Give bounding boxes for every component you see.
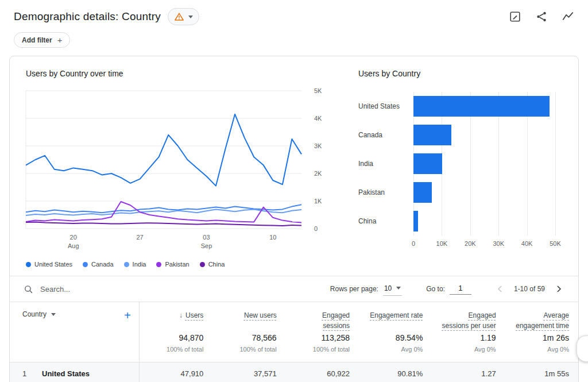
scroll-indicator-handle[interactable] bbox=[577, 335, 588, 362]
row-dimension-value: United States bbox=[42, 369, 90, 378]
totals-subtext: 100% of total bbox=[295, 346, 350, 353]
report-header: Demographic details: Country bbox=[0, 0, 588, 25]
column-header-label: Average engagement time bbox=[516, 311, 569, 330]
bar-category-label: Canada bbox=[358, 131, 413, 139]
column-header-engaged-sessions[interactable]: Engaged sessions bbox=[286, 302, 359, 331]
y-axis-tick-label: 3K bbox=[314, 142, 322, 149]
column-header-label: Engaged sessions per user bbox=[442, 311, 496, 330]
y-axis-tick-label: 0 bbox=[314, 225, 318, 232]
users-over-time-chart: Users by Country over time 5K4K3K2K1K0 2… bbox=[26, 69, 339, 268]
table-row-united-states[interactable]: 1United States47,91037,57160,92290.81%1.… bbox=[10, 362, 578, 382]
search-icon bbox=[24, 284, 33, 294]
totals-value: 1m 26s bbox=[514, 333, 569, 342]
bar-chart-plot: United StatesCanadaIndiaPakistanChina bbox=[358, 92, 563, 236]
column-header-label: Engagement rate bbox=[370, 311, 423, 319]
header-actions bbox=[509, 10, 574, 23]
chevron-down-icon bbox=[51, 313, 56, 316]
add-filter-label: Add filter bbox=[22, 36, 52, 44]
totals-cell: 78,566100% of total bbox=[212, 331, 285, 362]
legend-label: United States bbox=[34, 261, 72, 268]
y-axis-tick-label: 5K bbox=[314, 87, 322, 94]
table-toolbar: Rows per page: 10 Go to: 1-10 of 59 bbox=[10, 276, 578, 302]
totals-value: 78,566 bbox=[222, 333, 276, 342]
bar-track bbox=[413, 125, 555, 145]
legend-label: Pakistan bbox=[165, 261, 189, 268]
totals-value: 1.19 bbox=[441, 333, 496, 342]
totals-subtext: 100% of total bbox=[222, 346, 276, 353]
bar-india[interactable] bbox=[413, 153, 442, 174]
legend-dot-icon bbox=[156, 262, 161, 267]
bar-canada[interactable] bbox=[413, 125, 451, 145]
bar-x-tick-label: 50K bbox=[550, 240, 561, 247]
warning-triangle-icon bbox=[174, 11, 184, 22]
legend-label: China bbox=[208, 261, 225, 268]
table-cell: 1m 55s bbox=[505, 369, 578, 378]
dimension-header-cell: Country + bbox=[10, 302, 140, 331]
pagination: 1-10 of 59 bbox=[494, 283, 564, 295]
filter-bar: Add filter + bbox=[0, 25, 588, 48]
insights-icon[interactable] bbox=[562, 10, 574, 23]
column-header-label: New users bbox=[244, 311, 277, 319]
legend-item-pakistan: Pakistan bbox=[156, 261, 189, 268]
column-header-label: Engaged sessions bbox=[322, 311, 350, 330]
totals-cell: 113,258100% of total bbox=[286, 331, 359, 362]
row-index: 1 bbox=[22, 369, 42, 378]
bar-x-tick-label: 0 bbox=[412, 240, 415, 247]
data-threshold-warning-button[interactable] bbox=[168, 8, 199, 25]
rows-per-page-select[interactable]: 10 bbox=[383, 283, 402, 296]
pagination-range: 1-10 of 59 bbox=[514, 285, 545, 293]
totals-dimension-cell bbox=[10, 331, 140, 362]
y-axis-tick-label: 2K bbox=[314, 170, 322, 177]
sort-descending-icon: ↓ bbox=[179, 310, 183, 321]
dimension-header-label: Country bbox=[22, 310, 47, 318]
column-header-engagement-rate[interactable]: Engagement rate bbox=[359, 302, 432, 331]
plus-icon: + bbox=[57, 36, 63, 44]
totals-value: 94,870 bbox=[149, 333, 203, 342]
line-series-united-states bbox=[26, 114, 301, 186]
next-page-icon[interactable] bbox=[553, 283, 564, 295]
bar-track bbox=[413, 96, 555, 117]
chevron-down-icon bbox=[396, 287, 401, 290]
column-header-users[interactable]: ↓Users bbox=[140, 302, 212, 331]
customize-report-icon[interactable] bbox=[509, 10, 521, 23]
goto-page-input[interactable] bbox=[450, 284, 471, 295]
x-axis-tick-label: 03Sep bbox=[201, 233, 212, 250]
bar-x-tick-label: 30K bbox=[493, 240, 504, 247]
line-series-china bbox=[26, 222, 301, 226]
table-cell: 47,910 bbox=[140, 369, 212, 378]
dimension-selector[interactable]: Country bbox=[22, 310, 56, 318]
totals-cell: 1.19Avg 0% bbox=[432, 331, 505, 362]
line-chart-plot: 5K4K3K2K1K0 bbox=[26, 91, 331, 229]
search-input[interactable] bbox=[40, 285, 178, 294]
bar-category-label: India bbox=[358, 160, 413, 168]
column-header-engaged-sessions-per-user[interactable]: Engaged sessions per user bbox=[432, 302, 505, 331]
totals-cell: 1m 26sAvg 0% bbox=[505, 331, 578, 362]
bar-x-tick-label: 40K bbox=[521, 240, 533, 247]
totals-subtext: Avg 0% bbox=[514, 346, 569, 353]
bar-pakistan[interactable] bbox=[413, 182, 432, 203]
bar-united-states[interactable] bbox=[413, 96, 550, 117]
bar-china[interactable] bbox=[413, 211, 418, 231]
add-filter-button[interactable]: Add filter + bbox=[14, 32, 70, 48]
add-secondary-dimension-button[interactable]: + bbox=[124, 310, 131, 321]
users-by-country-chart: Users by Country United StatesCanadaIndi… bbox=[358, 69, 563, 268]
table-cell: 90.81% bbox=[359, 369, 432, 378]
column-header-new-users[interactable]: New users bbox=[212, 302, 285, 331]
rows-per-page-value: 10 bbox=[384, 284, 392, 292]
legend-label: Canada bbox=[91, 261, 114, 268]
line-chart-title: Users by Country over time bbox=[26, 69, 339, 78]
bar-row-china: China bbox=[358, 209, 563, 234]
legend-dot-icon bbox=[200, 262, 205, 267]
line-chart-y-axis: 5K4K3K2K1K0 bbox=[306, 91, 331, 229]
legend-item-canada: Canada bbox=[83, 261, 114, 268]
totals-cell: 94,870100% of total bbox=[140, 331, 212, 362]
column-header-average-engagement-time[interactable]: Average engagement time bbox=[505, 302, 578, 331]
search-box bbox=[24, 284, 330, 294]
share-icon[interactable] bbox=[535, 10, 548, 23]
table-cell: 37,571 bbox=[212, 369, 285, 378]
row-dimension-cell: 1United States bbox=[10, 362, 140, 382]
bar-row-pakistan: Pakistan bbox=[358, 180, 563, 205]
goto-label: Go to: bbox=[426, 285, 445, 293]
previous-page-icon[interactable] bbox=[494, 283, 506, 295]
legend-item-india: India bbox=[124, 261, 146, 268]
